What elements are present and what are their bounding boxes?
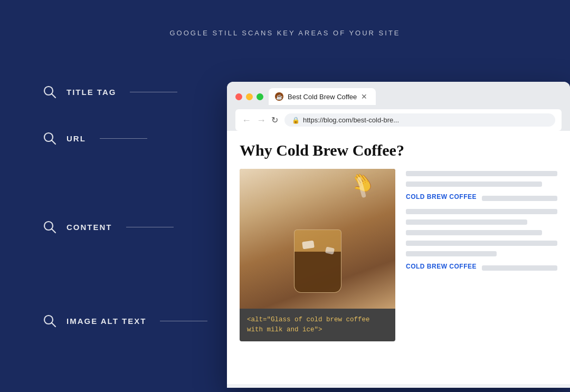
sidebar-item-url: URL [42,131,207,146]
title-tag-label: TITLE TAG [66,88,116,97]
tab-favicon: ☕ [275,92,283,101]
search-icon [42,84,57,99]
forward-button[interactable]: → [256,116,266,125]
title-tag-line [130,92,177,92]
content-label: CONTENT [66,223,112,232]
alt-text-bar: <alt="Glass of cold brew coffee with mil… [240,309,395,341]
traffic-light-yellow[interactable] [246,93,253,100]
search-icon-url [42,131,57,146]
url-line [100,138,147,139]
url-label: URL [66,134,86,143]
browser-content: Why Cold Brew Coffee? � [227,131,570,384]
svg-line-1 [52,94,55,98]
svg-line-7 [52,323,55,327]
search-icon-content [42,219,57,234]
content-line-2 [406,181,542,187]
content-line-4 [406,219,527,225]
article-image-container: 🤚 <alt="Glass of cold brew coffee with m… [240,169,395,341]
url-field[interactable]: 🔒 https://blog.com/best-cold-bre... [284,113,555,127]
nav-buttons: ← → ↻ [242,116,278,125]
content-line-1 [406,171,557,176]
tab-close-button[interactable]: ✕ [361,93,367,100]
content-line-7 [406,251,497,256]
tab-title: Best Cold Brew Coffee [288,93,357,101]
traffic-lights [235,93,263,100]
svg-line-5 [52,229,55,233]
sidebar-item-content: CONTENT [42,219,207,234]
keyword-after-line-1 [482,196,557,201]
back-button[interactable]: ← [242,116,251,125]
browser-window: ☕ Best Cold Brew Coffee ✕ ← → ↻ 🔒 https:… [227,82,570,388]
keyword-row-2: COLD BREW COFFEE [406,262,557,274]
lock-icon: 🔒 [292,117,300,124]
keyword-after-line-2 [482,265,557,271]
traffic-light-red[interactable] [235,93,242,100]
right-side-content: COLD BREW COFFEE COLD BREW COFFEE [406,169,557,341]
content-body: 🤚 <alt="Glass of cold brew coffee with m… [240,169,557,341]
content-line-5 [406,230,542,235]
svg-line-3 [52,140,55,144]
content-line-el [126,227,174,227]
sidebar-item-image-alt: IMAGE ALT TEXT [42,313,207,328]
keyword-badge-2: COLD BREW COFFEE [406,263,477,270]
content-line-3 [406,209,557,214]
keyword-badge-1: COLD BREW COFFEE [406,193,477,200]
sidebar: TITLE TAG URL CONTENT IMAGE ALT TEXT [42,84,207,328]
content-line-6 [406,241,557,246]
browser-chrome: ☕ Best Cold Brew Coffee ✕ ← → ↻ 🔒 https:… [227,82,570,131]
page-header-title: GOOGLE STILL SCANS KEY AREAS OF YOUR SIT… [0,0,570,37]
keyword-row-1: COLD BREW COFFEE [406,192,557,205]
traffic-light-green[interactable] [256,93,263,100]
article-image: 🤚 [240,169,395,309]
refresh-button[interactable]: ↻ [271,116,278,125]
sidebar-item-title-tag: TITLE TAG [42,84,207,99]
tab-bar: ☕ Best Cold Brew Coffee ✕ [235,88,562,105]
address-bar[interactable]: ← → ↻ 🔒 https://blog.com/best-cold-bre..… [235,109,562,131]
image-alt-line [160,321,207,321]
article-title: Why Cold Brew Coffee? [240,141,557,159]
url-display-text: https://blog.com/best-cold-bre... [303,116,399,124]
search-icon-alt [42,313,57,328]
browser-tab[interactable]: ☕ Best Cold Brew Coffee ✕ [269,88,376,105]
image-alt-label: IMAGE ALT TEXT [66,317,146,326]
